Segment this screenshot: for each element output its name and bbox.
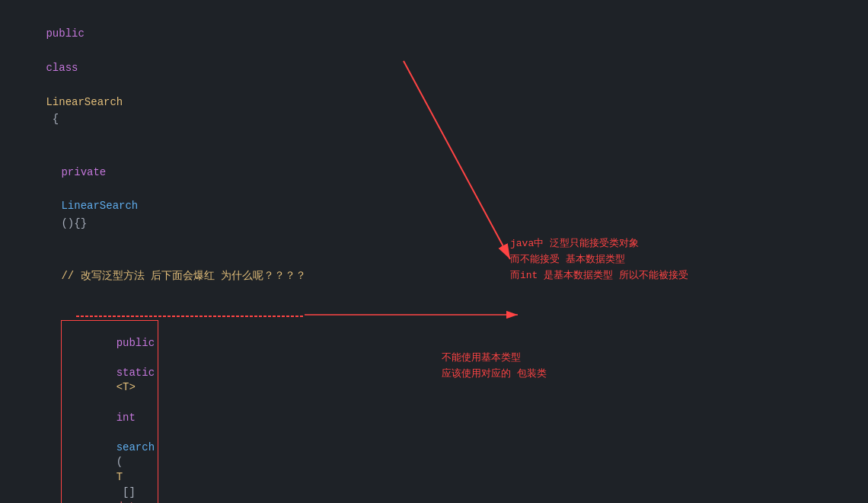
method-signature-box: public static <T> int search ( T [] data… (61, 320, 158, 503)
code-line-4: public static <T> int search ( T [] data… (0, 303, 868, 503)
code-line-2: private LinearSearch (){} (0, 146, 868, 249)
annotation-top-right: java中 泛型只能接受类对象而不能接受 基本数据类型而int 是基本数据类型 … (510, 236, 688, 284)
keyword-public: public (46, 27, 84, 40)
keyword-class: class (46, 62, 78, 74)
code-line-3: // 改写泛型方法 后下面会爆红 为什么呢？？？？ (0, 249, 868, 302)
annotation-text-1: java中 泛型只能接受类对象而不能接受 基本数据类型而int 是基本数据类型 … (510, 238, 688, 281)
classname: LinearSearch (46, 96, 123, 108)
annotation-text-2: 不能使用基本类型应该使用对应的 包装类 (442, 352, 547, 380)
code-editor: public class LinearSearch { private Line… (0, 0, 868, 503)
annotation-bottom-right: 不能使用基本类型应该使用对应的 包装类 (442, 351, 547, 383)
code-line-1: public class LinearSearch { (0, 8, 868, 146)
